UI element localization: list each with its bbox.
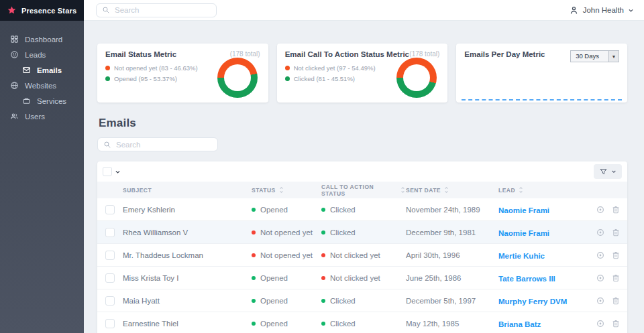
briefcase-icon — [22, 96, 31, 105]
cta-status-dot — [321, 208, 325, 212]
view-icon[interactable] — [596, 251, 605, 260]
trash-icon[interactable] — [611, 273, 621, 283]
row-checkbox[interactable] — [105, 205, 115, 214]
card-title: Emails Per Day Metric — [464, 50, 545, 58]
select-all-chevron-icon[interactable] — [115, 169, 121, 175]
global-search-input[interactable] — [115, 6, 211, 14]
view-icon[interactable] — [596, 319, 605, 328]
view-icon[interactable] — [596, 228, 605, 237]
card-title: Email Call To Action Status Metric — [285, 50, 409, 58]
lead-link[interactable]: Murphy Ferry DVM — [498, 297, 567, 306]
emails-per-day-metric-card: Emails Per Day Metric 30 Days ▼ — [456, 44, 627, 103]
subject-cell: Mr. Thaddeus Lockman — [123, 251, 252, 259]
trash-icon[interactable] — [611, 251, 621, 260]
user-name: John Health — [583, 6, 624, 14]
view-icon[interactable] — [596, 205, 605, 214]
subject-cell: Earnestine Thiel — [123, 320, 252, 328]
user-icon — [569, 5, 579, 15]
table-row: Miss Krista Toy I Opened Not clicked yet… — [97, 267, 627, 289]
sidebar-item-leads[interactable]: Leads — [0, 47, 84, 62]
sort-icon — [400, 186, 406, 194]
column-header-sent-date[interactable]: Sent Date — [406, 186, 498, 194]
view-icon[interactable] — [596, 296, 605, 306]
emails-per-day-line-chart — [462, 99, 622, 101]
legend-dot-clicked — [285, 76, 290, 81]
status-cell: Not opened yet — [252, 228, 321, 237]
lead-link[interactable]: Naomie Frami — [498, 229, 549, 237]
brand-logo[interactable]: Presence Stars — [0, 0, 84, 21]
legend-dot-opened — [105, 76, 110, 81]
globe-icon — [10, 81, 19, 90]
range-select-value: 30 Days — [571, 51, 608, 62]
brand-name: Presence Stars — [21, 7, 76, 15]
user-menu[interactable]: John Health — [569, 5, 634, 15]
column-header-status[interactable]: Status — [252, 186, 321, 194]
trash-icon[interactable] — [611, 205, 621, 214]
subject-cell: Emery Kshlerin — [123, 206, 252, 214]
sidebar-item-label: Users — [25, 113, 45, 121]
sidebar-item-label: Emails — [37, 66, 62, 74]
trash-icon[interactable] — [611, 228, 621, 237]
star-icon — [7, 5, 17, 15]
status-dot — [252, 322, 256, 326]
chevron-down-icon — [628, 7, 634, 13]
lead-link[interactable]: Tate Barrows III — [498, 275, 555, 283]
row-checkbox[interactable] — [105, 273, 115, 283]
trash-icon[interactable] — [611, 296, 621, 306]
sort-icon — [443, 186, 449, 194]
status-dot — [252, 276, 256, 280]
table-row: Earnestine Thiel Opened Clicked May 12th… — [97, 312, 627, 333]
range-select[interactable]: 30 Days ▼ — [570, 50, 619, 62]
cta-status-dot — [321, 276, 325, 280]
grid-icon — [10, 35, 19, 44]
sidebar-item-label: Services — [37, 97, 66, 105]
emails-search-input[interactable] — [116, 141, 212, 149]
cta-status-dot — [321, 230, 325, 235]
sidebar: Presence Stars Dashboard Leads Emails We… — [0, 0, 84, 333]
legend-label: Opened (95 - 53.37%) — [114, 75, 177, 82]
lead-link[interactable]: Mertie Kuhic — [498, 252, 545, 260]
sidebar-item-label: Websites — [25, 82, 56, 90]
sidebar-item-services[interactable]: Services — [0, 93, 84, 109]
smiley-icon — [10, 50, 19, 59]
filter-button[interactable] — [594, 164, 622, 179]
view-icon[interactable] — [596, 273, 605, 283]
row-checkbox[interactable] — [105, 319, 115, 328]
email-status-donut-chart — [217, 58, 258, 98]
filter-icon — [599, 168, 608, 176]
main-area: John Health Email Status Metric (178 tot… — [84, 0, 644, 333]
cta-status-cell: Clicked — [321, 228, 406, 237]
table-toolbar — [97, 161, 627, 182]
sidebar-item-websites[interactable]: Websites — [0, 78, 84, 93]
subject-cell: Rhea Williamson V — [123, 228, 252, 237]
sidebar-item-dashboard[interactable]: Dashboard — [0, 31, 84, 47]
lead-link[interactable]: Naomie Frami — [498, 206, 549, 214]
lead-link[interactable]: Briana Batz — [498, 320, 541, 328]
legend-dot-not-clicked — [285, 66, 290, 70]
column-header-cta-status[interactable]: Call To Action Status — [321, 184, 406, 197]
sent-date-cell: November 24th, 1989 — [406, 206, 498, 214]
topbar: John Health — [84, 0, 644, 21]
cta-status-dot — [321, 322, 325, 326]
row-checkbox[interactable] — [105, 296, 115, 306]
status-dot — [252, 253, 256, 257]
cta-status-cell: Not clicked yet — [321, 274, 406, 282]
page-title: Emails — [99, 117, 627, 130]
select-all-checkbox[interactable] — [103, 167, 112, 176]
trash-icon[interactable] — [611, 319, 621, 328]
card-total: (178 total) — [409, 50, 439, 58]
column-header-lead[interactable]: Lead — [498, 186, 588, 194]
chevron-down-icon — [611, 169, 616, 174]
content: Email Status Metric (178 total) Not open… — [84, 21, 644, 333]
users-icon — [10, 112, 19, 121]
sidebar-item-label: Dashboard — [25, 36, 62, 44]
sidebar-item-emails[interactable]: Emails — [0, 62, 84, 78]
sidebar-item-users[interactable]: Users — [0, 109, 84, 124]
row-checkbox[interactable] — [105, 228, 115, 237]
status-cell: Opened — [252, 297, 321, 305]
row-checkbox[interactable] — [105, 251, 115, 260]
subject-cell: Miss Krista Toy I — [123, 274, 252, 282]
email-status-metric-card: Email Status Metric (178 total) Not open… — [97, 44, 268, 103]
status-dot — [252, 299, 256, 303]
sent-date-cell: June 25th, 1986 — [406, 274, 498, 282]
